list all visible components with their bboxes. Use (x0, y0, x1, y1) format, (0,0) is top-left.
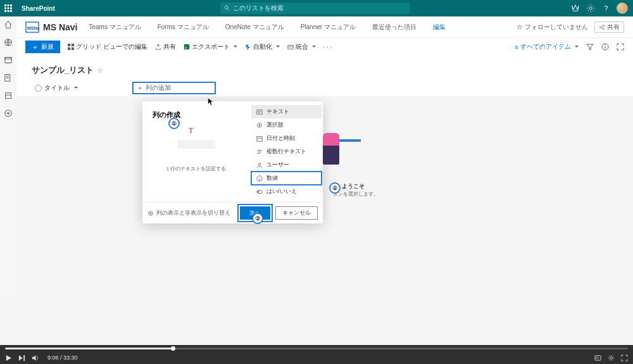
site-logo[interactable]: MSNavi (25, 20, 39, 34)
nav-edit[interactable]: 編集 (433, 23, 446, 32)
help-icon[interactable]: ? (601, 4, 610, 13)
svg-point-9 (225, 6, 229, 9)
rail-create-icon[interactable] (4, 109, 13, 118)
svg-point-52 (258, 163, 260, 165)
svg-rect-1 (8, 4, 9, 6)
captions-icon[interactable]: cc (594, 355, 601, 361)
grid-view-button[interactable]: グリッド ビューでの編集 (68, 42, 147, 51)
search-input[interactable]: このリストを検索 (220, 3, 410, 14)
skip-icon[interactable] (18, 355, 25, 361)
svg-rect-2 (10, 4, 12, 6)
svg-text:MSNavi: MSNavi (27, 26, 39, 30)
svg-text:1: 1 (258, 177, 260, 180)
toggle-columns-link[interactable]: 列の表示と非表示を切り替え (147, 209, 235, 217)
svg-point-11 (589, 7, 592, 9)
svg-rect-3 (4, 8, 6, 9)
column-preview: T (177, 132, 215, 154)
type-yesno[interactable]: はい/いいえ (251, 185, 322, 198)
expand-icon[interactable] (617, 43, 624, 51)
svg-text:x: x (185, 46, 187, 49)
type-multiline[interactable]: 複数行テキスト (251, 145, 322, 158)
svg-text:?: ? (604, 4, 608, 12)
search-placeholder: このリストを検索 (233, 4, 284, 13)
svg-point-41 (605, 45, 605, 46)
premium-icon[interactable] (571, 4, 580, 13)
fullscreen-icon[interactable] (621, 355, 628, 361)
svg-text:cc: cc (596, 356, 599, 360)
site-share-button[interactable]: 共有 (594, 22, 624, 33)
svg-rect-34 (72, 47, 74, 50)
svg-rect-33 (68, 47, 70, 50)
svg-rect-0 (4, 4, 6, 6)
new-button[interactable]: ＋新規 (25, 41, 60, 53)
follow-toggle[interactable]: ☆ フォローしていません (517, 23, 588, 32)
video-time: 9:06 / 33:30 (47, 355, 78, 361)
svg-rect-31 (68, 44, 70, 46)
svg-rect-7 (8, 10, 9, 12)
svg-rect-47 (257, 136, 262, 141)
rail-news-icon[interactable] (4, 73, 13, 82)
list-title: サンプル_リスト (32, 65, 94, 76)
panel-caption: 1 行のテキストを設定する (166, 165, 227, 172)
svg-rect-15 (5, 58, 12, 60)
cancel-button[interactable]: キャンセル (275, 206, 318, 220)
favorite-star-icon[interactable]: ☆ (97, 67, 103, 74)
nav-link[interactable]: Forms マニュアル (158, 23, 209, 32)
site-nav: Teams マニュアル Forms マニュアル OneNote マニュアル Pl… (89, 23, 445, 32)
volume-icon[interactable] (32, 355, 39, 361)
nav-link[interactable]: Teams マニュアル (89, 23, 141, 32)
welcome-subtitle: タンを選択します。 (333, 191, 379, 198)
share-button[interactable]: 共有 (155, 42, 176, 51)
type-number[interactable]: 1数値 (251, 172, 322, 185)
app-launcher[interactable] (0, 0, 16, 16)
add-column-header[interactable]: ＋列の追加 (133, 82, 215, 94)
text-cursor-icon: T (189, 126, 193, 135)
nav-link[interactable]: Planner マニュアル (301, 23, 356, 32)
view-selector[interactable]: ≡ すべてのアイテム (515, 42, 579, 51)
svg-point-46 (259, 124, 261, 126)
column-type-list: テキスト 選択肢 日付と時刻 複数行テキスト ユーザー 1数値 はい/いいえ (250, 101, 323, 202)
select-all[interactable] (32, 85, 44, 92)
svg-line-10 (228, 9, 230, 11)
site-share-label: 共有 (607, 23, 620, 32)
nav-link[interactable]: OneNote マニュアル (225, 23, 284, 32)
rail-mysites-icon[interactable] (4, 38, 13, 47)
column-header-title[interactable]: タイトル (44, 84, 133, 92)
nav-link[interactable]: 最近使った項目 (372, 23, 417, 32)
type-user[interactable]: ユーザー (251, 158, 322, 172)
svg-line-30 (601, 27, 603, 28)
rail-home-icon[interactable] (4, 20, 13, 29)
left-rail (0, 16, 16, 301)
svg-rect-32 (72, 44, 74, 46)
svg-rect-42 (257, 110, 262, 114)
svg-point-56 (258, 191, 260, 192)
site-title[interactable]: MS Navi (43, 22, 77, 32)
callout-1: ① (168, 118, 180, 129)
svg-rect-8 (10, 10, 12, 12)
video-settings-icon[interactable] (608, 355, 615, 361)
settings-icon[interactable] (586, 4, 595, 13)
svg-point-58 (150, 212, 152, 214)
play-icon[interactable] (5, 355, 12, 361)
suite-app-name: SharePoint (16, 5, 60, 12)
svg-rect-14 (5, 58, 12, 63)
more-commands[interactable]: · · · (323, 44, 332, 51)
info-icon[interactable] (601, 43, 609, 51)
welcome-title: ようこそ (342, 182, 379, 191)
integrate-button[interactable]: 統合 (287, 42, 316, 51)
automate-button[interactable]: 自動化 (245, 42, 280, 51)
callout-2: ② (329, 182, 341, 194)
svg-rect-5 (10, 8, 12, 9)
video-controls: 9:06 / 33:30 cc (0, 345, 633, 364)
rail-lists-icon[interactable] (4, 91, 13, 100)
export-button[interactable]: xエクスポート (184, 42, 237, 51)
svg-rect-4 (8, 8, 9, 9)
filter-icon[interactable] (586, 43, 594, 51)
type-choice[interactable]: 選択肢 (251, 118, 322, 132)
type-text[interactable]: テキスト (251, 105, 322, 118)
type-date[interactable]: 日付と時刻 (251, 132, 322, 145)
avatar[interactable] (617, 3, 628, 14)
rail-files-icon[interactable] (4, 56, 13, 65)
cursor-icon (208, 97, 214, 108)
video-progress[interactable] (5, 348, 628, 349)
